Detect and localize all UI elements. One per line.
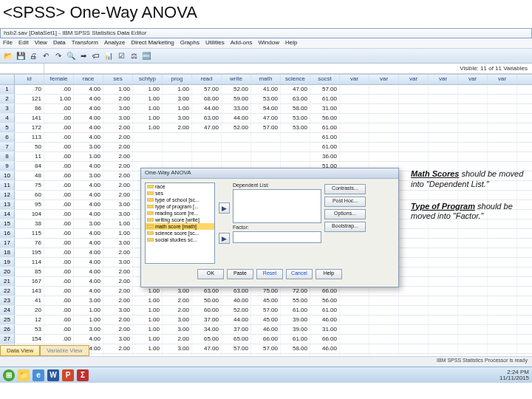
cell[interactable]: 61.00 (310, 306, 340, 315)
cell[interactable]: 52.00 (222, 306, 251, 315)
cell[interactable]: 95 (15, 200, 44, 209)
cell[interactable]: 3.00 (103, 114, 133, 123)
cell[interactable] (429, 316, 458, 324)
cell[interactable] (340, 335, 369, 344)
cell[interactable] (458, 306, 488, 315)
cell[interactable]: 4.00 (74, 258, 103, 267)
menu-window[interactable]: Window (258, 39, 279, 47)
paste-button[interactable]: Paste (227, 269, 253, 279)
col-header[interactable]: prog (163, 75, 192, 84)
cell[interactable]: 53.00 (281, 114, 310, 123)
cell[interactable]: 86 (15, 104, 44, 113)
cell[interactable] (429, 133, 458, 142)
cell[interactable]: 2.00 (103, 267, 133, 276)
cell[interactable]: 4.00 (74, 229, 103, 238)
cell[interactable]: 143 (15, 287, 44, 296)
cell[interactable]: 58.00 (281, 104, 310, 113)
cell[interactable]: 3.00 (163, 114, 192, 123)
cell[interactable] (488, 306, 517, 315)
cell[interactable]: .00 (44, 325, 74, 334)
variable-item[interactable]: science score [sc... (146, 230, 214, 236)
cell[interactable]: 3.00 (74, 325, 103, 334)
cell[interactable] (429, 143, 458, 151)
col-header[interactable]: var (488, 75, 517, 84)
cell[interactable] (340, 325, 369, 334)
cell[interactable]: .00 (44, 248, 74, 257)
row-number[interactable]: 27 (0, 335, 15, 344)
cell[interactable] (340, 152, 369, 161)
cell[interactable]: 154 (15, 335, 44, 344)
cell[interactable]: 47.00 (251, 114, 281, 123)
cell[interactable] (340, 85, 369, 94)
cell[interactable]: 20 (15, 306, 44, 315)
cell[interactable] (488, 239, 517, 248)
cell[interactable] (369, 104, 399, 113)
cell[interactable] (458, 85, 488, 94)
cell[interactable] (340, 344, 369, 353)
cell[interactable] (458, 104, 488, 113)
cell[interactable] (281, 133, 310, 142)
cell[interactable]: 1.00 (103, 219, 133, 228)
cell[interactable] (488, 104, 517, 113)
cell[interactable]: 60 (15, 191, 44, 200)
variable-list[interactable]: racesestype of school [sc...type of prog… (145, 183, 215, 264)
cell[interactable]: 2.00 (103, 133, 133, 142)
cell[interactable]: 4.00 (74, 267, 103, 276)
cell[interactable] (458, 277, 488, 286)
cell[interactable] (488, 248, 517, 257)
cell[interactable]: 1.00 (133, 287, 163, 296)
word-icon[interactable]: W (47, 369, 59, 381)
row-number[interactable]: 26 (0, 325, 15, 334)
move-to-dependent-button[interactable]: ▶ (219, 202, 230, 214)
cell[interactable]: .00 (44, 114, 74, 123)
find-icon[interactable]: 🔍 (66, 51, 76, 61)
cell[interactable]: 4.00 (74, 335, 103, 344)
cell[interactable]: 1.00 (133, 114, 163, 123)
cell[interactable]: 4.00 (74, 210, 103, 219)
variable-item[interactable]: type of school [sc... (146, 197, 214, 203)
cell[interactable]: 3.00 (74, 143, 103, 151)
start-icon[interactable]: ⊞ (3, 369, 15, 381)
cell[interactable]: .00 (44, 133, 74, 142)
cell[interactable] (429, 296, 458, 305)
cell[interactable] (369, 114, 399, 123)
cell[interactable]: 1.00 (74, 316, 103, 324)
cell[interactable]: .00 (44, 258, 74, 267)
cell[interactable] (458, 344, 488, 353)
cell[interactable]: 2.00 (103, 287, 133, 296)
cell[interactable]: 3.00 (103, 335, 133, 344)
cell[interactable]: 3.00 (103, 210, 133, 219)
cell[interactable]: 47.00 (192, 123, 222, 132)
variable-item[interactable]: type of program [... (146, 203, 214, 210)
cell[interactable] (458, 267, 488, 276)
cell[interactable]: 2.00 (103, 95, 133, 103)
cell[interactable] (488, 325, 517, 334)
help-button[interactable]: Help (316, 269, 342, 279)
row-number[interactable]: 3 (0, 104, 15, 113)
cell[interactable]: 36.00 (310, 152, 340, 161)
menu-direct-marketing[interactable]: Direct Marketing (131, 39, 174, 47)
menu-view[interactable]: View (35, 39, 47, 47)
row-number[interactable]: 18 (0, 248, 15, 257)
cell[interactable]: 59.00 (222, 95, 251, 103)
cell[interactable]: 3.00 (163, 316, 192, 324)
row-number[interactable]: 12 (0, 191, 15, 200)
move-to-factor-button[interactable]: ▶ (219, 233, 230, 244)
cell[interactable]: 1.00 (133, 325, 163, 334)
cell[interactable] (369, 133, 399, 142)
cell[interactable]: 1.00 (133, 335, 163, 344)
tab-variable-view[interactable]: Variable View (40, 345, 89, 356)
cell[interactable]: .00 (44, 239, 74, 248)
select-icon[interactable]: ☑ (116, 51, 126, 61)
cell[interactable]: 53 (15, 325, 44, 334)
cell[interactable] (369, 316, 399, 324)
cell[interactable]: 46.00 (251, 325, 281, 334)
cell[interactable]: 52.00 (222, 123, 251, 132)
cell[interactable] (458, 239, 488, 248)
cell[interactable] (340, 104, 369, 113)
cell[interactable]: 1.00 (133, 306, 163, 315)
cell[interactable]: 4.00 (74, 104, 103, 113)
cell[interactable]: .00 (44, 85, 74, 94)
cell[interactable]: 63.00 (192, 287, 222, 296)
cell[interactable]: 104 (15, 210, 44, 219)
